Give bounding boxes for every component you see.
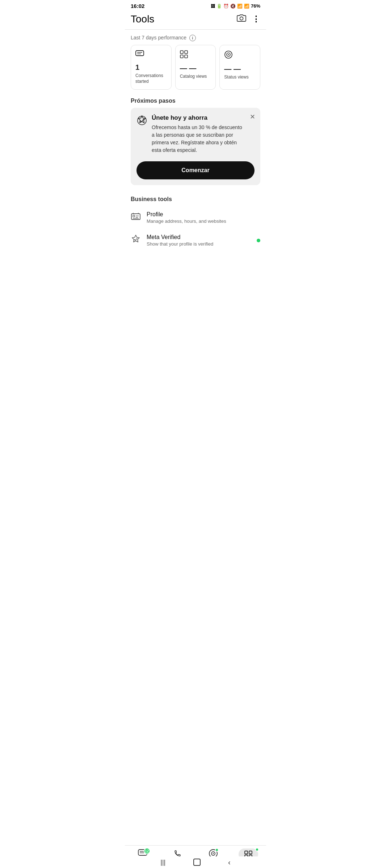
status-icons: 🖼 🔋 ⏰ 🔇 📶 📶 76% bbox=[211, 3, 260, 9]
performance-cards: 1 Conversations started — — Catalog view… bbox=[125, 45, 266, 95]
svg-point-0 bbox=[240, 17, 243, 20]
status-time: 16:02 bbox=[131, 3, 144, 9]
meta-verified-dot bbox=[257, 239, 260, 242]
status-icon bbox=[224, 50, 256, 61]
signal-icon: 📶 bbox=[244, 4, 249, 9]
profile-tool-item[interactable]: Profile Manage address, hours, and websi… bbox=[125, 206, 266, 229]
svg-point-11 bbox=[138, 116, 146, 125]
profile-text: Profile Manage address, hours, and websi… bbox=[147, 211, 226, 224]
conversations-card: 1 Conversations started bbox=[131, 45, 172, 90]
business-tools-label: Business tools bbox=[125, 192, 266, 206]
promo-body: Ofrecemos hasta un 30 % de descuento a l… bbox=[152, 124, 255, 154]
svg-rect-5 bbox=[185, 51, 188, 54]
svg-rect-4 bbox=[180, 51, 183, 54]
app-header: Tools ⋮ bbox=[125, 10, 266, 29]
promo-text-block: Únete hoy y ahorra Ofrecemos hasta un 30… bbox=[152, 114, 255, 154]
performance-section-label: Last 7 days performance i bbox=[125, 30, 266, 45]
alarm-icon: ⏰ bbox=[223, 4, 229, 9]
profile-desc: Manage address, hours, and websites bbox=[147, 218, 226, 224]
header-actions: ⋮ bbox=[237, 14, 260, 24]
meta-verified-tool-item[interactable]: Meta Verified Show that your profile is … bbox=[125, 229, 266, 252]
status-value: — — bbox=[224, 65, 256, 73]
conversations-icon bbox=[135, 50, 167, 60]
proximos-section-label: Próximos pasos bbox=[125, 95, 266, 108]
wifi-icon: 📶 bbox=[237, 4, 243, 9]
info-icon[interactable]: i bbox=[189, 35, 196, 41]
mute-icon: 🔇 bbox=[230, 4, 236, 9]
catalog-label: Catalog views bbox=[180, 74, 211, 80]
promo-card: ✕ Únete hoy y ahorra Ofrecemos hasta un … bbox=[131, 108, 260, 185]
meta-verified-text: Meta Verified Show that your profile is … bbox=[147, 234, 213, 247]
meta-verified-icon bbox=[131, 235, 141, 246]
promo-title: Únete hoy y ahorra bbox=[152, 114, 255, 122]
svg-rect-13 bbox=[133, 215, 135, 217]
promo-header: Únete hoy y ahorra Ofrecemos hasta un 30… bbox=[136, 114, 255, 154]
catalog-icon bbox=[180, 50, 211, 60]
meta-verified-desc: Show that your profile is verified bbox=[147, 241, 213, 247]
camera-button[interactable] bbox=[237, 14, 246, 24]
meta-verified-name: Meta Verified bbox=[147, 234, 213, 241]
status-bar: 16:02 🖼 🔋 ⏰ 🔇 📶 📶 76% bbox=[125, 0, 266, 10]
page-title: Tools bbox=[131, 13, 154, 25]
profile-name: Profile bbox=[147, 211, 226, 218]
promo-close-button[interactable]: ✕ bbox=[250, 113, 255, 121]
photo-icon: 🖼 bbox=[211, 4, 215, 9]
promo-badge-icon bbox=[136, 115, 147, 128]
svg-rect-6 bbox=[180, 55, 183, 58]
status-label: Status views bbox=[224, 75, 256, 80]
battery-percent: 76% bbox=[251, 3, 260, 9]
svg-point-10 bbox=[228, 54, 229, 55]
comenzar-button[interactable]: Comenzar bbox=[136, 161, 255, 179]
conversations-label: Conversations started bbox=[135, 73, 167, 84]
svg-rect-1 bbox=[136, 51, 144, 56]
catalog-value: — — bbox=[180, 64, 211, 72]
more-options-button[interactable]: ⋮ bbox=[252, 14, 260, 24]
conversations-value: 1 bbox=[135, 63, 167, 72]
main-content: Last 7 days performance i 1 Conversation… bbox=[125, 30, 266, 288]
profile-icon bbox=[131, 212, 141, 223]
status-card: — — Status views bbox=[219, 45, 260, 90]
svg-rect-7 bbox=[185, 55, 188, 58]
battery-icon: 🔋 bbox=[216, 4, 222, 9]
catalog-card: — — Catalog views bbox=[175, 45, 216, 90]
